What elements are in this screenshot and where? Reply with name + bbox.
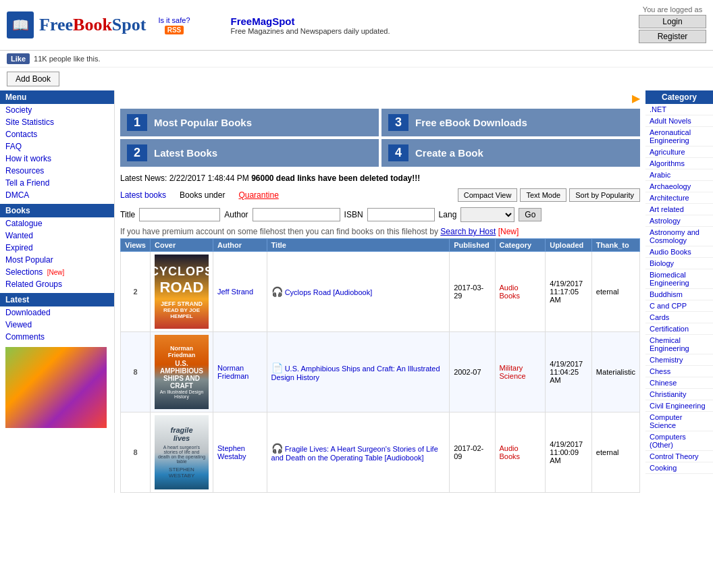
sort-by-button[interactable]: Sort by Popularity <box>569 188 640 202</box>
uploaded-cell: 4/19/201711:00:09 AM <box>546 412 592 493</box>
cat-biomedical-engineering[interactable]: Biomedical Engineering <box>645 269 713 289</box>
cat-net[interactable]: .NET <box>645 104 713 115</box>
cat-buddhism[interactable]: Buddhism <box>645 289 713 300</box>
title-link[interactable]: Fragile Lives: A Heart Surgeon's Stories… <box>271 445 438 462</box>
nav-box-most-popular[interactable]: 1 Most Popular Books <box>120 109 379 136</box>
login-button[interactable]: Login <box>639 15 706 28</box>
nav-box-label-create-book: Create a Book <box>415 147 483 159</box>
cover-fragile: fragile lives A heart surgeon's stories … <box>155 415 209 489</box>
author-input[interactable] <box>253 208 340 221</box>
cover-cell: fragile lives A heart surgeon's stories … <box>151 412 213 493</box>
sidebar-item-related-groups[interactable]: Related Groups <box>0 278 114 290</box>
cat-agriculture[interactable]: Agriculture <box>645 146 713 158</box>
sidebar-item-wanted[interactable]: Wanted <box>0 230 114 242</box>
cat-aeronautical-engineering[interactable]: Aeronautical Engineering <box>645 127 713 146</box>
freemag-subtitle: Free Magazines and Newspapers daily upda… <box>231 27 390 35</box>
cat-certification[interactable]: Certification <box>645 323 713 335</box>
sidebar-item-contacts[interactable]: Contacts <box>0 128 114 140</box>
cat-cards[interactable]: Cards <box>645 312 713 323</box>
cat-cooking[interactable]: Cooking <box>645 462 713 474</box>
cat-chemistry[interactable]: Chemistry <box>645 354 713 366</box>
fb-like-button[interactable]: Like <box>7 53 30 64</box>
uploaded-cell: 4/19/201711:04:25 AM <box>546 332 592 412</box>
is-it-safe-link[interactable]: Is it safe? <box>158 16 190 24</box>
published-cell: 2017-03-29 <box>450 252 495 332</box>
sidebar-item-comments[interactable]: Comments <box>0 331 114 343</box>
sidebar-item-expired[interactable]: Expired <box>0 242 114 254</box>
cat-christianity[interactable]: Christianity <box>645 389 713 400</box>
author-link[interactable]: Stephen Westaby <box>217 444 246 460</box>
isbn-label: ISBN <box>344 210 363 219</box>
nav-boxes: 1 Most Popular Books 3 Free eBook Downlo… <box>120 109 640 167</box>
sidebar-item-most-popular[interactable]: Most Popular <box>0 254 114 266</box>
cat-civil-engineering[interactable]: Civil Engineering <box>645 400 713 412</box>
sidebar-item-resources[interactable]: Resources <box>0 165 114 177</box>
cat-control-theory[interactable]: Control Theory <box>645 451 713 462</box>
cat-chinese[interactable]: Chinese <box>645 377 713 389</box>
audio-icon: 🎧 <box>271 286 283 297</box>
category-cell: Audio Books <box>495 412 546 493</box>
add-book-button[interactable]: Add Book <box>7 72 59 86</box>
compact-view-button[interactable]: Compact View <box>458 188 518 202</box>
facebook-bar: Like 11K people like this. <box>0 51 713 68</box>
cat-art-related[interactable]: Art related <box>645 204 713 215</box>
cat-computers-other[interactable]: Computers (Other) <box>645 431 713 451</box>
nav-box-latest-books[interactable]: 2 Latest Books <box>120 139 379 167</box>
sidebar-thumbnail <box>5 347 107 428</box>
sidebar-item-catalogue[interactable]: Catalogue <box>0 217 114 230</box>
sidebar-item-dmca[interactable]: DMCA <box>0 189 114 201</box>
author-link[interactable]: Jeff Strand <box>217 288 253 296</box>
category-link[interactable]: Audio Books <box>500 444 521 460</box>
cat-algorithms[interactable]: Algorithms <box>645 158 713 169</box>
sidebar-item-selections[interactable]: Selections [New] <box>0 266 114 278</box>
sidebar-item-tell-a-friend[interactable]: Tell a Friend <box>0 177 114 189</box>
sidebar-item-how-it-works[interactable]: How it works <box>0 153 114 165</box>
nav-box-num-1: 1 <box>127 114 147 131</box>
title-input[interactable] <box>139 208 220 221</box>
fb-count: 11K people like this. <box>34 55 100 63</box>
register-button[interactable]: Register <box>639 30 706 43</box>
author-link[interactable]: Norman Friedman <box>217 364 248 380</box>
sidebar-item-site-statistics[interactable]: Site Statistics <box>0 116 114 128</box>
rss-badge[interactable]: RSS <box>165 26 184 34</box>
sidebar-item-faq[interactable]: FAQ <box>0 140 114 153</box>
tab-latest-books[interactable]: Latest books <box>120 190 166 200</box>
cat-c-and-cpp[interactable]: C and CPP <box>645 300 713 312</box>
search-by-host-link[interactable]: Search by Host <box>440 227 496 236</box>
logged-as-text: You are logged as <box>639 5 706 14</box>
cat-audio-books[interactable]: Audio Books <box>645 246 713 258</box>
cover-cell: Norman Friedman U.S. AMPHIBIOUS SHIPS AN… <box>151 332 213 412</box>
text-mode-button[interactable]: Text Mode <box>520 188 566 202</box>
category-link[interactable]: Audio Books <box>500 284 521 300</box>
thankto-cell: Materialistic <box>591 332 639 412</box>
cat-astronomy[interactable]: Astronomy and Cosmology <box>645 227 713 246</box>
category-link[interactable]: Military Science <box>500 364 526 380</box>
title-link[interactable]: Cyclops Road [Audiobook] <box>285 288 373 296</box>
title-link[interactable]: U.S. Amphibious Ships and Craft: An Illu… <box>271 365 440 381</box>
news-bar: Latest News: 2/22/2017 1:48:44 PM 96000 … <box>120 171 640 186</box>
cat-chess[interactable]: Chess <box>645 366 713 377</box>
cat-archaeology[interactable]: Archaeology <box>645 181 713 192</box>
tab-buttons: Compact View Text Mode Sort by Popularit… <box>458 188 640 202</box>
cover-amphibious: Norman Friedman U.S. AMPHIBIOUS SHIPS AN… <box>155 335 209 409</box>
isbn-input[interactable] <box>367 208 435 221</box>
go-button[interactable]: Go <box>519 208 542 221</box>
sidebar-item-downloaded[interactable]: Downloaded <box>0 306 114 319</box>
thankto-cell: eternal <box>591 412 639 493</box>
nav-box-num-3: 3 <box>388 114 408 131</box>
freemag-link[interactable]: FreeMagSpot <box>231 16 295 27</box>
nav-box-free-ebook[interactable]: 3 Free eBook Downloads <box>381 109 640 136</box>
cat-architecture[interactable]: Architecture <box>645 192 713 204</box>
cat-astrology[interactable]: Astrology <box>645 215 713 227</box>
cat-computer-science[interactable]: Computer Science <box>645 412 713 431</box>
tab-quarantine[interactable]: Quarantine <box>238 190 278 200</box>
sidebar-item-viewed[interactable]: Viewed <box>0 319 114 331</box>
nav-box-create-book[interactable]: 4 Create a Book <box>381 139 640 167</box>
lang-select[interactable] <box>460 207 514 222</box>
cat-biology[interactable]: Biology <box>645 258 713 269</box>
category-title: Category <box>645 90 713 104</box>
cat-adult-novels[interactable]: Adult Novels <box>645 115 713 127</box>
cat-chemical-engineering[interactable]: Chemical Engineering <box>645 335 713 354</box>
sidebar-item-society[interactable]: Society <box>0 104 114 116</box>
cat-arabic[interactable]: Arabic <box>645 169 713 181</box>
